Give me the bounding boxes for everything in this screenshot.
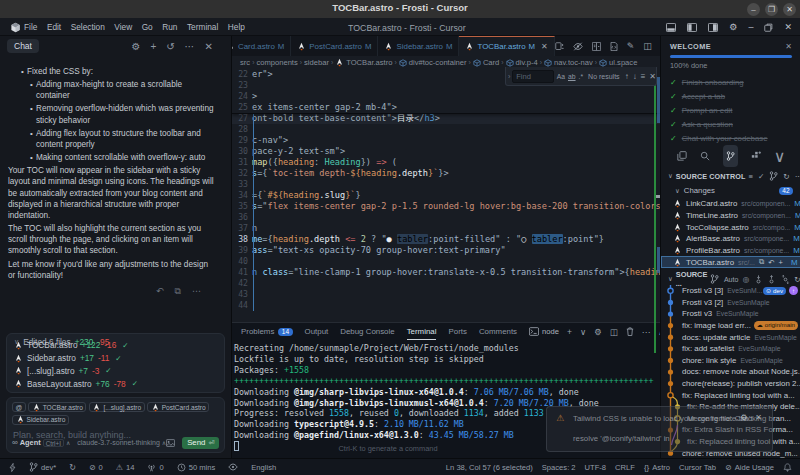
status-errors[interactable]: ⊘0 (89, 463, 103, 472)
status-git-branch[interactable]: dev* (29, 462, 56, 472)
more-icon[interactable]: ⋯ (192, 286, 201, 297)
astro-file-icon[interactable] (384, 42, 393, 51)
edited-file-row[interactable]: [...slug].astro+7-3✓ (14, 365, 217, 378)
code-line-37[interactable]: 37n (232, 223, 660, 234)
history-icon[interactable]: ↺ (166, 41, 174, 52)
git-branch-icon[interactable] (29, 462, 38, 472)
breadcrumb-item[interactable]: sidebar (304, 58, 329, 67)
target-icon[interactable]: ◎ (743, 275, 750, 284)
more-icon[interactable]: ⋯ (185, 41, 195, 52)
commit-row[interactable]: fix: image load err...☁origin/main (661, 320, 800, 332)
window-restore-button[interactable]: ❐ (765, 3, 778, 16)
settings-gear-icon[interactable]: ⚙ (131, 41, 140, 52)
code-line-32[interactable]: 32s={`toc-item depth-${heading.depth}`}> (232, 168, 660, 179)
status-aide-usage[interactable]: ⊘Aide Usage (725, 463, 774, 472)
more-views-icon[interactable]: ∨ (774, 147, 786, 166)
refresh-icon[interactable]: ↻ (794, 275, 800, 284)
panel-tab-comments[interactable]: Comments (479, 323, 517, 340)
breadcrumb-item[interactable]: components (256, 58, 297, 67)
code-line-39[interactable]: 39ass="text-xs opacity-70 group-hover:te… (232, 245, 660, 256)
new-chat-icon[interactable]: + (150, 41, 156, 52)
commit-row[interactable]: fix: Replaced linting tool with a... (661, 389, 800, 401)
layout-sidebar-right-icon[interactable] (708, 23, 718, 32)
edited-files-card[interactable]: ∨ Edited 6 files +230 -95 TOCBar.astro+1… (6, 333, 225, 393)
close-icon[interactable]: ✕ (784, 22, 792, 32)
breadcrumb-item[interactable]: div.p-4 (506, 58, 538, 67)
fetch-icon[interactable] (754, 275, 763, 284)
layout-panel-icon[interactable] (666, 23, 676, 32)
code-line-25[interactable]: 25ex items-center gap-2 mb-4"> (232, 102, 660, 113)
editor-tab-Card.astro[interactable]: Card.astroM (232, 36, 291, 56)
code-line-30[interactable]: 30pace-y-2 text-sm"> (232, 146, 660, 157)
image-attach-icon[interactable] (166, 439, 175, 447)
status-eol[interactable]: CRLF (615, 463, 635, 472)
send-button[interactable]: Send⏎ (182, 437, 219, 449)
terminal-shell-selector[interactable]: node (529, 327, 559, 336)
activity-source-control[interactable] (723, 145, 738, 167)
commit-row[interactable]: Frosti v3 [3]EveSunM...⊙dev↑ (661, 285, 800, 297)
astro-file-icon[interactable] (14, 341, 23, 350)
chat-tab[interactable]: Chat (7, 39, 39, 53)
editor-tab-PostCard.astro[interactable]: PostCard.astroM (291, 36, 378, 56)
breadcrumb-item[interactable]: TOCBar.astro (335, 58, 392, 67)
changed-file-ProfileBar.astro[interactable]: ProfileBar.astrosrc/compone...M (661, 245, 800, 257)
explorer-icon[interactable] (677, 151, 687, 161)
menu-file[interactable]: File (24, 22, 37, 32)
activity-extensions[interactable] (751, 147, 761, 165)
undo-icon[interactable]: ↶ (156, 286, 164, 297)
layout-sidebar-left-icon[interactable] (687, 23, 697, 32)
edit-pencil-icon[interactable]: ✎ (627, 41, 635, 51)
code-line-36[interactable]: 36 (232, 212, 660, 223)
changes-header[interactable]: ∨ Changes 42 (661, 184, 800, 197)
code-line-28[interactable]: 28 (232, 124, 660, 135)
status-language-mode[interactable]: {}Astro (644, 463, 670, 472)
code-lines[interactable]: 27ont-bold text-base-content">目录</h3>282… (232, 113, 660, 311)
split-editor-icon[interactable]: ◫ (643, 41, 652, 51)
source-graph-header[interactable]: ∨ SOURCE ... Auto◎↻ (661, 272, 800, 286)
find-option[interactable]: ab (568, 73, 576, 80)
copy-icon[interactable]: ⧉ (175, 286, 181, 297)
open-side-by-side-icon[interactable] (592, 42, 601, 51)
extensions-icon[interactable] (751, 151, 761, 161)
shell-dropdown-icon[interactable]: ∨ (580, 327, 586, 337)
activity-explorer[interactable] (677, 147, 687, 165)
code-line-41[interactable]: 41n class="line-clamp-1 group-hover:tran… (232, 267, 660, 278)
ports-icon[interactable] (147, 463, 156, 472)
kill-terminal-icon[interactable] (626, 327, 634, 336)
auto-label[interactable]: Auto (724, 276, 738, 283)
split-terminal-icon[interactable]: ◫ (610, 327, 618, 337)
menu-view[interactable]: View (114, 22, 132, 32)
window-minimize-button[interactable]: – (747, 3, 760, 16)
cube-icon[interactable] (599, 59, 607, 67)
breadcrumb-item[interactable]: src (240, 58, 250, 67)
restore-icon[interactable] (764, 23, 773, 32)
astro-file-icon[interactable] (232, 42, 235, 51)
astro-file-icon[interactable] (297, 42, 306, 51)
commit-icon[interactable]: ✓ (758, 172, 764, 181)
code-line-24[interactable]: 24> (232, 91, 660, 102)
find-input[interactable]: Find (512, 70, 553, 83)
code-line-34[interactable]: 34={`#${heading.slug}`} (232, 190, 660, 201)
code-line-27[interactable]: 27ont-bold text-base-content">目录</h3> (232, 113, 660, 124)
cube-icon[interactable] (473, 59, 481, 67)
breadcrumb-item[interactable]: nav.toc-nav (544, 58, 593, 67)
source-control-header[interactable]: ∨ SOURCE CONTROL ≡✓↻⋯ (661, 169, 800, 183)
close-icon[interactable]: ✕ (785, 42, 792, 51)
context-chip[interactable]: Sidebar.astro (12, 415, 69, 425)
breadcrumb-item[interactable]: Card (473, 58, 499, 67)
changed-file-AlertBase.astro[interactable]: AlertBase.astrosrc/compone...M (661, 233, 800, 245)
status-indentation[interactable]: Spaces: 2 (542, 463, 576, 472)
breadcrumb-item[interactable]: ul.space (599, 58, 637, 67)
stage-changes-icon[interactable]: + (779, 257, 783, 267)
edited-file-row[interactable]: TOCBar.astro+122-16✓ (14, 339, 217, 352)
prev-match-icon[interactable]: ↑ (625, 72, 629, 81)
add-context-chip[interactable]: @ (12, 402, 26, 412)
overview-ruler[interactable] (652, 69, 660, 358)
astro-file-icon[interactable] (673, 246, 682, 255)
context-chip[interactable]: [...slug].astro (89, 402, 145, 412)
push-icon[interactable] (781, 275, 790, 284)
menu-go[interactable]: Go (142, 22, 153, 32)
menu-selection[interactable]: Selection (71, 22, 105, 32)
cube-icon[interactable] (399, 59, 407, 67)
window-close-button[interactable]: ✕ (783, 3, 796, 16)
